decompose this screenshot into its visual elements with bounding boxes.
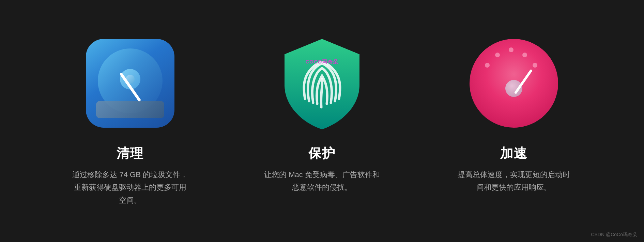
coco-watermark-label: COCO玛奇朵 xyxy=(305,59,338,65)
speed-dot xyxy=(485,63,490,68)
speed-dot xyxy=(509,47,513,52)
speed-title: 加速 xyxy=(500,145,527,162)
feature-card-protect: COCO玛奇朵 xyxy=(226,29,418,201)
feature-card-clean: 清理 通过移除多达 74 GB 的垃圾文件，重新获得硬盘驱动器上的更多可用空间。 xyxy=(34,29,226,213)
speed-dot xyxy=(522,53,527,57)
speed-dot xyxy=(495,53,500,57)
features-container: 清理 通过移除多达 74 GB 的垃圾文件，重新获得硬盘驱动器上的更多可用空间。… xyxy=(0,15,644,227)
disk-icon xyxy=(86,39,174,128)
protect-description: 让您的 Mac 免受病毒、广告软件和恶意软件的侵扰。 xyxy=(264,168,380,194)
clean-description: 通过移除多达 74 GB 的垃圾文件，重新获得硬盘驱动器上的更多可用空间。 xyxy=(72,168,188,207)
protect-title: 保护 xyxy=(308,145,336,162)
feature-card-speed: 加速 提高总体速度，实现更短的启动时间和更快的应用响应。 xyxy=(418,29,610,201)
speed-icon xyxy=(470,39,558,128)
shield-container: COCO玛奇朵 xyxy=(278,35,366,131)
page-watermark: CSDN @CoCo玛奇朵 xyxy=(591,232,637,238)
shield-icon-wrapper: COCO玛奇朵 xyxy=(274,35,370,131)
shield-svg xyxy=(278,35,366,131)
speed-icon-wrapper xyxy=(466,35,562,131)
disk-icon-wrapper xyxy=(82,35,178,131)
speed-description: 提高总体速度，实现更短的启动时间和更快的应用响应。 xyxy=(456,168,572,194)
clean-title: 清理 xyxy=(117,145,144,162)
speed-dot xyxy=(533,63,537,68)
disk-base xyxy=(96,101,164,118)
